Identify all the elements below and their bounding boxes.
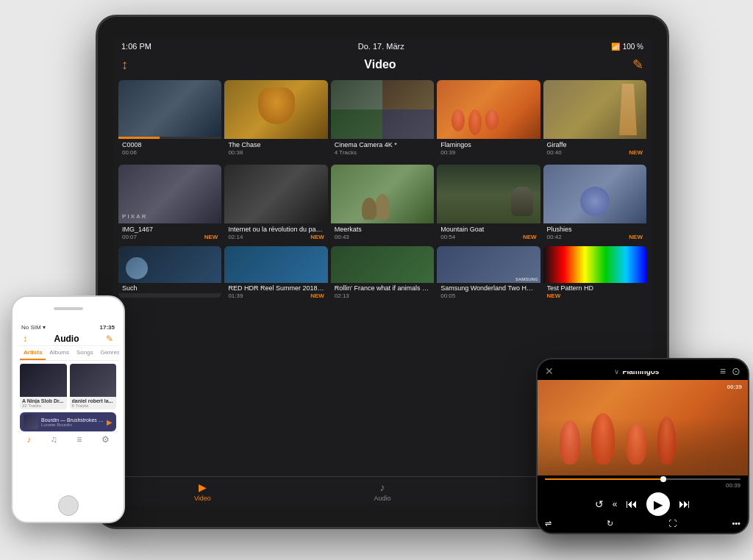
now-playing-play-icon[interactable]: ▶ (107, 418, 113, 426)
progress-fill (545, 478, 663, 480)
old-tab-settings[interactable]: ⚙ (101, 434, 110, 445)
progress-scrubber[interactable] (660, 476, 666, 482)
video-item-chase[interactable]: The Chase 00:38 (224, 80, 327, 159)
video-new-giraffe: NEW (629, 149, 643, 156)
more-icon[interactable]: ••• (732, 519, 740, 528)
artist-item-1[interactable]: A Ninja Slob Dr... 22 Tracks (20, 364, 67, 409)
video-item-flamingos[interactable]: Flamingos 00:39 (437, 80, 540, 159)
video-thumb-rollin (331, 246, 434, 283)
video-grid-row1: C0008 00:06 The Chase 00:38 (113, 77, 652, 162)
video-title-flamingos: Flamingos (440, 141, 536, 148)
skip-back-icon[interactable]: ⏮ (626, 498, 638, 511)
carrier-label: No SIM ▾ (21, 324, 46, 331)
tab-albums[interactable]: Albums (46, 346, 73, 360)
video-info-flamingos: Flamingos 00:39 (437, 139, 540, 159)
rewind-10-icon[interactable]: « (613, 499, 618, 509)
video-new-internet: NEW (310, 234, 324, 240)
progress-track[interactable] (545, 478, 740, 480)
video-title-chase: The Chase (228, 141, 324, 148)
video-meta-internet: 02:14 NEW (228, 234, 324, 240)
iphone-x-notch (613, 359, 672, 371)
ipad-navbar: ↕ Video ✎ (113, 54, 652, 77)
now-playing-artist: Lucette Bourdin (41, 423, 104, 427)
now-playing-bar[interactable]: Bourdin — Brushstrokes Echo Lucette Bour… (20, 412, 116, 431)
video-item-red[interactable]: RED HDR Reel Summer 2018 Shot on RED PiW… (224, 246, 327, 298)
video-meta-samsung: 00:05 (440, 292, 536, 298)
video-item-goat[interactable]: Mountain Goat 00:54 NEW (437, 165, 540, 243)
video-info-plushies: Plushies 00:42 NEW (543, 223, 646, 243)
now-playing-text: Bourdin — Brushstrokes Echo Lucette Bour… (41, 417, 104, 427)
video-title-test: Test Pattern HD (547, 284, 643, 292)
video-item-img1467[interactable]: P I X A R IMG_1467 00:07 NEW (118, 165, 221, 243)
old-tab-bars[interactable]: ≡ (76, 434, 82, 445)
tab-songs[interactable]: Songs (73, 346, 97, 360)
video-item-giraffe[interactable]: Giraffe 00:40 NEW (543, 80, 646, 159)
sort-icon[interactable]: ↕ (121, 57, 128, 73)
artist-art-1 (20, 364, 67, 397)
old-tab-home[interactable]: ♪ (26, 434, 31, 445)
player-progress-area[interactable] (538, 475, 748, 481)
video-title-plushies: Plushies (547, 226, 643, 233)
artist-count-1: 22 Tracks (22, 403, 65, 408)
video-item-meerkats[interactable]: Meerkats 00:43 (331, 165, 434, 243)
tab-audio-label: Audio (374, 495, 390, 502)
video-thumb-red (224, 246, 327, 283)
video-thumb-test (543, 246, 646, 283)
iphone-home-button[interactable] (58, 495, 79, 516)
video-info-img1467: IMG_1467 00:07 NEW (118, 223, 221, 243)
video-thumb-c0008 (118, 80, 221, 139)
video-item-rollin[interactable]: Rollin' France what if animals were roun… (331, 246, 434, 298)
video-duration-red: 01:39 (228, 292, 243, 298)
artist-count-2: 6 Tracks (72, 403, 115, 408)
video-meta-cinema: 4 Tracks (335, 149, 430, 156)
player-close-button[interactable]: ✕ (545, 365, 554, 377)
cinema-cell-2 (382, 80, 434, 110)
settings-icon-old: ⚙ (101, 434, 110, 445)
video-info-test: Test Pattern HD NEW (543, 283, 646, 298)
player-profile-icon[interactable]: ⊙ (732, 365, 740, 377)
tab-genres[interactable]: Genres (97, 346, 119, 360)
video-meta-giraffe: 00:40 NEW (547, 149, 643, 156)
tab-video[interactable]: ▶ Video (113, 481, 293, 502)
video-item-c0008[interactable]: C0008 00:06 (118, 80, 221, 159)
status-time: 1:06 PM (121, 42, 151, 51)
video-item-such[interactable]: Such (118, 246, 221, 298)
repeat-icon[interactable]: ↻ (607, 519, 613, 528)
artist-item-2[interactable]: daniel robert la... 6 Tracks (70, 364, 117, 409)
replay-icon[interactable]: ↺ (595, 498, 604, 510)
video-duration-chase: 00:38 (228, 149, 243, 156)
video-duration-c0008: 00:06 (122, 149, 137, 156)
video-info-samsung: Samsung Wonderland Two HDR UHD 4K Demo..… (437, 283, 540, 298)
video-thumb-img1467: P I X A R (118, 165, 221, 223)
player-settings-icon[interactable]: ≡ (720, 365, 726, 377)
iphone-old-device: No SIM ▾ 17:35 ↕ Audio ✎ Artists Albums … (11, 295, 125, 523)
tab-artists[interactable]: Artists (20, 346, 46, 360)
iphone-old-navbar: ↕ Audio ✎ (17, 332, 119, 346)
video-meta-c0008: 00:06 (122, 149, 218, 156)
video-item-cinema[interactable]: Cinema Camera 4K * 4 Tracks (331, 80, 434, 159)
shuffle-icon[interactable]: ⇌ (545, 519, 552, 528)
video-duration-goat: 00:54 (440, 234, 455, 240)
skip-forward-icon[interactable]: ⏭ (679, 498, 690, 511)
video-item-samsung[interactable]: SAMSUNG Samsung Wonderland Two HDR UHD 4… (437, 246, 540, 298)
wifi-icon: 📶 (611, 43, 620, 51)
play-pause-button[interactable]: ▶ (646, 492, 670, 516)
video-title-such: Such (122, 284, 218, 292)
video-thumb-meerkats (331, 165, 434, 223)
video-title-internet: Internet ou la révolution du partage (228, 226, 324, 233)
video-info-internet: Internet ou la révolution du partage 02:… (224, 223, 327, 243)
cinema-cell-3 (331, 110, 382, 139)
edit-icon[interactable]: ✎ (632, 57, 643, 73)
old-tab-music[interactable]: ♫ (51, 434, 57, 445)
tab-audio[interactable]: ♪ Audio (293, 481, 473, 502)
video-meta-test: NEW (547, 292, 643, 298)
video-item-plushies[interactable]: Plushies 00:42 NEW (543, 165, 646, 243)
sort-icon-old: ↕ (23, 334, 27, 344)
video-item-test[interactable]: Test Pattern HD NEW (543, 246, 646, 298)
video-thumb-flamingos (437, 80, 540, 139)
video-item-internet[interactable]: Internet ou la révolution du partage 02:… (224, 165, 327, 243)
video-info-rollin: Rollin' France what if animals were roun… (331, 283, 434, 298)
fullscreen-icon[interactable]: ⛶ (668, 519, 677, 528)
video-meta-chase: 00:38 (228, 149, 324, 156)
video-meta-plushies: 00:42 NEW (547, 234, 643, 240)
